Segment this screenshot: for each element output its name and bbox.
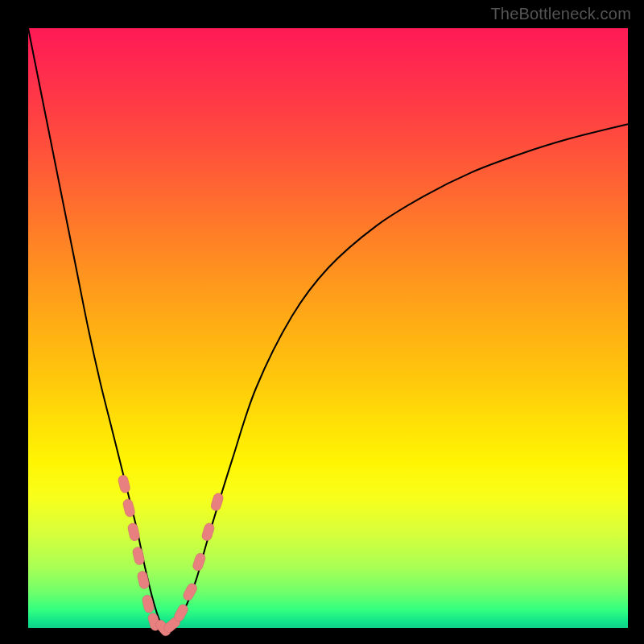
curve-marker bbox=[137, 570, 151, 589]
curve-marker bbox=[182, 582, 199, 602]
curve-markers bbox=[118, 474, 225, 638]
plot-gradient-area bbox=[28, 28, 628, 628]
chart-stage: TheBottleneck.com bbox=[0, 0, 644, 644]
bottleneck-curve bbox=[28, 28, 628, 630]
curve-marker bbox=[127, 522, 141, 542]
curve-marker bbox=[201, 522, 216, 543]
curve-marker bbox=[132, 547, 146, 566]
curve-marker bbox=[118, 474, 131, 493]
plot-svg bbox=[28, 28, 628, 628]
curve-marker bbox=[192, 552, 206, 572]
curve-marker bbox=[210, 492, 225, 512]
curve-marker bbox=[122, 498, 136, 518]
watermark-text: TheBottleneck.com bbox=[490, 5, 631, 23]
